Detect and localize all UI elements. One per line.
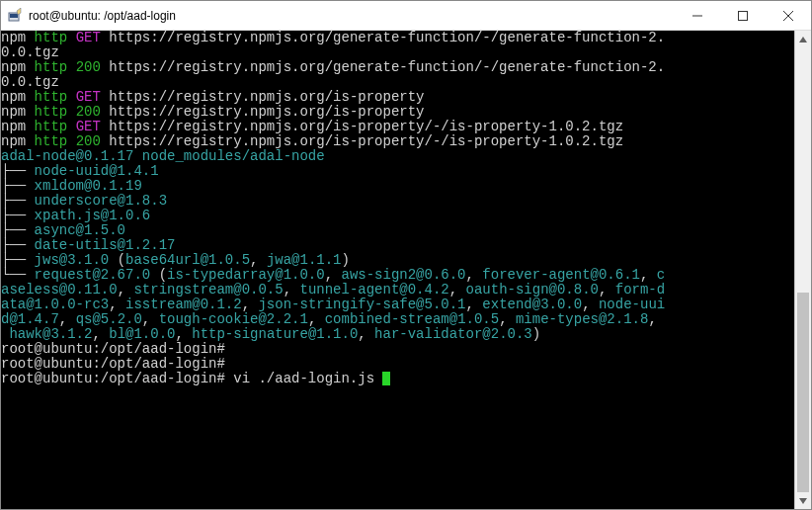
terminal-text: is-typedarray@1.0.0 (167, 267, 325, 283)
terminal-line: root@ubuntu:/opt/aad-login# (1, 342, 794, 357)
terminal-line: └── request@2.67.0 (is-typedarray@1.0.0,… (1, 268, 794, 283)
terminal-text: GET (76, 31, 101, 45)
terminal-text: oauth-sign@0.8.0 (466, 282, 599, 298)
terminal-text: tough-cookie@2.2.1 (159, 311, 308, 327)
terminal-line: npm http 200 https://registry.npmjs.org/… (1, 60, 794, 75)
terminal-text: node-uui (599, 297, 665, 312)
terminal-text: , (284, 282, 300, 298)
terminal-text: , (599, 282, 615, 298)
shell-command: vi ./aad-login.js (225, 371, 383, 386)
terminal-text: npm (1, 59, 35, 75)
terminal-text: , (92, 326, 109, 342)
terminal-text: , (118, 282, 134, 298)
terminal-text: 200 (76, 59, 101, 75)
scrollbar-track[interactable] (795, 47, 811, 492)
terminal-text: bl@1.0.0 (109, 326, 175, 342)
terminal-text: async@1.5.0 (35, 222, 125, 238)
terminal-text: form-d (615, 282, 665, 298)
terminal-text: , (242, 297, 259, 312)
terminal-text: npm (1, 31, 35, 45)
terminal-line: hawk@3.1.2, bl@1.0.0, http-signature@1.1… (1, 327, 794, 342)
maximize-button[interactable] (720, 1, 766, 31)
terminal-text: , (142, 311, 159, 327)
terminal-text: tunnel-agent@0.4.2 (299, 282, 448, 298)
terminal-text: xmldom@0.1.19 (35, 178, 142, 194)
terminal-text: ├── (1, 208, 35, 223)
terminal-text: https://registry.npmjs.org/generate-func… (101, 59, 665, 75)
terminal-line: npm http 200 https://registry.npmjs.org/… (1, 105, 794, 120)
terminal-text: request@2.67.0 (35, 267, 151, 283)
terminal-text: https://registry.npmjs.org/is-property (101, 89, 425, 105)
scrollbar-down-arrow[interactable] (795, 492, 811, 509)
terminal-text: root@ubuntu:/opt/aad-login# (1, 341, 225, 357)
terminal-line: npm http GET https://registry.npmjs.org/… (1, 90, 794, 105)
titlebar-left: root@ubuntu: /opt/aad-login (1, 8, 675, 24)
scrollbar-up-arrow[interactable] (795, 31, 811, 47)
terminal-text: har-validator@2.0.3 (374, 326, 532, 342)
terminal-output[interactable]: npm http GET https://registry.npmjs.org/… (1, 31, 794, 509)
terminal-text: xpath.js@1.0.6 (35, 208, 151, 223)
terminal-text: http (35, 59, 76, 75)
terminal-text: ( (109, 252, 125, 268)
terminal-text: http (35, 89, 76, 105)
terminal-text: ( (150, 267, 167, 283)
terminal-text: , (582, 297, 599, 312)
terminal-text: , (109, 297, 125, 312)
terminal-line: npm http GET https://registry.npmjs.org/… (1, 31, 794, 45)
terminal-text: http (35, 133, 76, 149)
terminal-text: , (648, 311, 656, 327)
terminal-text: GET (76, 119, 101, 134)
window-title: root@ubuntu: /opt/aad-login (29, 9, 176, 23)
close-button[interactable] (766, 1, 811, 31)
terminal-text: ├── (1, 163, 35, 179)
terminal-line: npm http 200 https://registry.npmjs.org/… (1, 134, 794, 149)
terminal-line: aseless@0.11.0, stringstream@0.0.5, tunn… (1, 283, 794, 298)
vertical-scrollbar[interactable] (794, 31, 811, 509)
terminal-line: ├── async@1.5.0 (1, 223, 794, 238)
terminal-text: https://registry.npmjs.org/is-property (101, 104, 425, 120)
terminal-text: http (35, 104, 76, 120)
terminal-text: d@1.4.7 (1, 311, 59, 327)
terminal-text: 200 (76, 133, 101, 149)
shell-prompt: root@ubuntu:/opt/aad-login# (1, 371, 225, 386)
terminal-text: npm (1, 104, 35, 120)
terminal-text: jws@3.1.0 (35, 252, 110, 268)
terminal-text: qs@5.2.0 (76, 311, 142, 327)
terminal-prompt-line: root@ubuntu:/opt/aad-login# vi ./aad-log… (1, 372, 794, 386)
terminal-text: https://registry.npmjs.org/generate-func… (101, 31, 665, 45)
terminal-text: 0.0.tgz (1, 74, 59, 90)
terminal-text: ├── (1, 222, 35, 238)
terminal-line: ├── node-uuid@1.4.1 (1, 164, 794, 179)
minimize-button[interactable] (675, 1, 720, 31)
terminal-line: npm http GET https://registry.npmjs.org/… (1, 120, 794, 134)
terminal-line: ├── xpath.js@1.0.6 (1, 209, 794, 223)
terminal-text: ) (532, 326, 540, 342)
terminal-text: underscore@1.8.3 (35, 193, 167, 209)
window-controls (675, 1, 811, 31)
terminal-text: root@ubuntu:/opt/aad-login# (1, 356, 225, 372)
terminal-text: ├── (1, 193, 35, 209)
terminal-text: adal-node@0.1.17 node_modules/adal-node (1, 148, 325, 164)
terminal-text: isstream@0.1.2 (125, 297, 242, 312)
terminal-line: 0.0.tgz (1, 45, 794, 60)
terminal-text: forever-agent@0.6.1 (482, 267, 640, 283)
terminal-text: json-stringify-safe@5.0.1 (258, 297, 465, 312)
terminal-text: npm (1, 119, 35, 134)
terminal-text: └── (1, 267, 35, 283)
terminal-text: base64url@1.0.5 (125, 252, 250, 268)
terminal-text: hawk@3.1.2 (9, 326, 92, 342)
app-window: root@ubuntu: /opt/aad-login npm http GET… (0, 0, 812, 510)
window-titlebar[interactable]: root@ubuntu: /opt/aad-login (1, 1, 811, 31)
terminal-text: date-utils@1.2.17 (35, 237, 176, 253)
terminal-line: adal-node@0.1.17 node_modules/adal-node (1, 149, 794, 164)
terminal-text: ata@1.0.0-rc3 (1, 297, 109, 312)
terminal-line: ata@1.0.0-rc3, isstream@0.1.2, json-stri… (1, 298, 794, 312)
terminal-text: , (499, 311, 516, 327)
terminal-text: , (308, 311, 325, 327)
terminal-text: aws-sign2@0.6.0 (342, 267, 466, 283)
terminal-text: aseless@0.11.0 (1, 282, 118, 298)
terminal-text: , (466, 267, 483, 283)
scrollbar-thumb[interactable] (797, 293, 809, 493)
terminal-line: ├── xmldom@0.1.19 (1, 179, 794, 194)
terminal-text: stringstream@0.0.5 (133, 282, 283, 298)
